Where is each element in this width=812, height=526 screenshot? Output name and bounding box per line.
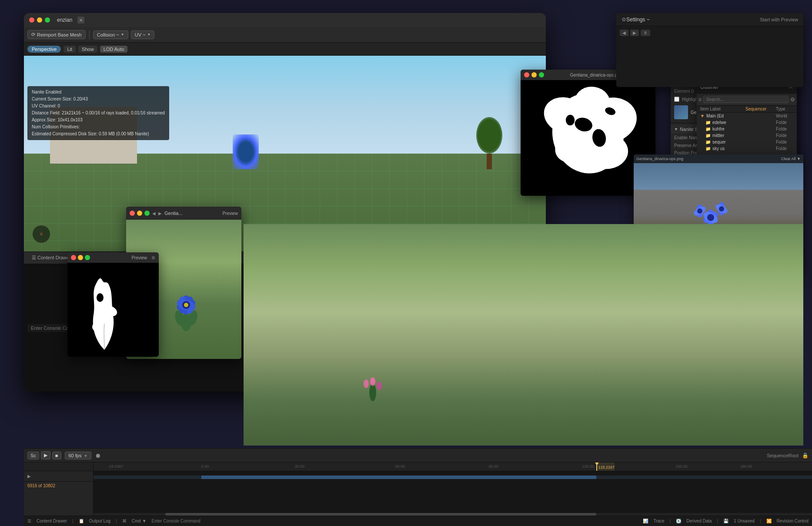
skyus-folder-icon: 📁 bbox=[705, 146, 711, 151]
ue-btn-1[interactable]: ◀ bbox=[620, 30, 628, 36]
timeline-content: ▶ 6916 of 10802 -18.0367 0.00 30.00 60.0… bbox=[24, 462, 812, 516]
stats-overlay: Nanite Enabled Current Screen Size: 0.20… bbox=[27, 86, 169, 140]
derived-data-label[interactable]: Derived Data bbox=[686, 519, 712, 523]
row-mittler-type: Folde bbox=[776, 133, 793, 138]
lit-label: Lit bbox=[67, 47, 72, 52]
approx-size-stat: Approx Size: 10x41.0x103 bbox=[32, 117, 165, 124]
status-cmd[interactable]: Cmd ▼ bbox=[132, 519, 147, 523]
uv-label: UV ~ bbox=[135, 32, 146, 37]
svg-point-40 bbox=[364, 379, 369, 388]
viewport-scene: Nanite Enabled Current Screen Size: 0.20… bbox=[24, 56, 546, 251]
tab-close-icon[interactable]: ✕ bbox=[77, 17, 84, 23]
outliner-row-mittler[interactable]: 📁 mittler Folde bbox=[697, 132, 797, 139]
flower-close[interactable] bbox=[130, 211, 135, 216]
sequence-root-label: SequenceRoot bbox=[767, 453, 799, 458]
fps-value: 60 fps bbox=[69, 453, 82, 458]
fps-selector[interactable]: 60 fps ▼ bbox=[65, 452, 92, 459]
outliner-row-sequer[interactable]: 📁 sequer Folde bbox=[697, 139, 797, 145]
outliner-row-main[interactable]: ▼ Main (Ed World bbox=[697, 113, 797, 119]
status-console-input[interactable] bbox=[152, 519, 638, 523]
frame-count: 6916 of 10802 bbox=[27, 483, 55, 488]
row-main-type: World bbox=[776, 114, 793, 118]
timeline-controls: Sc ▶ ■ bbox=[27, 451, 61, 459]
outliner-settings-icon[interactable]: ⚙ bbox=[790, 97, 795, 103]
ruler-mark-2: 30.00 bbox=[295, 464, 305, 469]
status-content-drawer[interactable]: Content Drawer bbox=[37, 519, 67, 523]
svg-point-9 bbox=[566, 115, 575, 126]
row-skyus-label: sky us bbox=[712, 146, 745, 151]
outliner-row-skyus[interactable]: 📁 sky us Folde bbox=[697, 145, 797, 152]
perspective-button[interactable]: Perspective bbox=[27, 46, 61, 53]
filter-icon[interactable]: ≡ bbox=[698, 97, 702, 103]
lod-button[interactable]: LOD Auto bbox=[100, 46, 128, 53]
maximize-button[interactable] bbox=[45, 17, 50, 23]
lit-button[interactable]: Lit bbox=[63, 46, 76, 53]
svg-point-23 bbox=[719, 206, 724, 211]
mask-minimize[interactable] bbox=[531, 72, 537, 77]
content-drawer-icon: ☰ bbox=[32, 255, 36, 260]
highlight-checkbox[interactable] bbox=[674, 97, 679, 102]
flower-back-icon[interactable]: ◀ bbox=[152, 211, 156, 216]
mask-close[interactable] bbox=[524, 72, 529, 77]
timeline-tracks[interactable]: -18.0367 0.00 30.00 60.00 90.00 120.00 1… bbox=[94, 462, 812, 516]
small-mask-window: Preview ⚙ bbox=[67, 252, 159, 357]
show-button[interactable]: Show bbox=[78, 46, 97, 53]
revision-status-icon: 🔀 bbox=[766, 519, 772, 523]
revision-status-label[interactable]: Revision Control bbox=[777, 519, 809, 523]
stop-button[interactable]: ■ bbox=[52, 452, 61, 459]
start-preview-label[interactable]: Start with Preview bbox=[760, 17, 798, 22]
track-body[interactable] bbox=[94, 471, 812, 516]
row-edelwe-type: Folde bbox=[776, 120, 793, 125]
viewport-compass: X bbox=[33, 225, 50, 243]
flower-forward-icon[interactable]: ▶ bbox=[158, 211, 162, 216]
timeline-record-icon[interactable]: ⏺ bbox=[95, 452, 101, 459]
ue-toolbar: ◀ ▶ ⏸ bbox=[620, 30, 800, 36]
flower-maximize[interactable] bbox=[144, 211, 150, 216]
plant-3d-object bbox=[233, 134, 259, 169]
close-button[interactable] bbox=[29, 17, 34, 23]
status-separator-2: | bbox=[116, 519, 117, 523]
status-output-log[interactable]: Output Log bbox=[89, 519, 110, 523]
trace-label[interactable]: Trace bbox=[653, 519, 664, 523]
ruler-mark-4: 90.00 bbox=[489, 464, 499, 469]
outliner-row-edelwe[interactable]: 📁 edelwe Folde bbox=[697, 119, 797, 126]
collision-button[interactable]: Collision ~ ▼ bbox=[93, 30, 128, 39]
row-sequer-type: Folde bbox=[776, 140, 793, 144]
compressed-size-stat: Estimated Compressed Disk Size: 0.59 MB … bbox=[32, 131, 165, 137]
small-mask-minimize[interactable] bbox=[78, 255, 83, 260]
flower-window-controls bbox=[130, 211, 150, 216]
ue-btn-2[interactable]: ▶ bbox=[630, 30, 639, 36]
material-thumbnail bbox=[674, 105, 688, 119]
svg-point-38 bbox=[369, 384, 376, 401]
small-mask-content bbox=[67, 263, 159, 357]
outliner-search-input[interactable] bbox=[703, 96, 789, 103]
track-selection[interactable] bbox=[201, 476, 597, 479]
ue-btn-3[interactable]: ⏸ bbox=[641, 30, 650, 36]
small-mask-close[interactable] bbox=[71, 255, 76, 260]
small-mask-settings-icon[interactable]: ⚙ bbox=[151, 255, 155, 260]
seq-button[interactable]: Sc bbox=[27, 452, 39, 459]
settings-label[interactable]: Settings ~ bbox=[626, 17, 650, 23]
unsaved-status-icon: 💾 bbox=[723, 519, 728, 523]
meadow-ground bbox=[244, 313, 803, 446]
flower-minimize[interactable] bbox=[137, 211, 142, 216]
minimize-button[interactable] bbox=[37, 17, 42, 23]
pink-flowers-svg bbox=[355, 358, 390, 401]
viewport-3d[interactable]: Nanite Enabled Current Screen Size: 0.20… bbox=[24, 56, 546, 251]
outliner-row-kuhfre[interactable]: 📁 kuhfre Folde bbox=[697, 126, 797, 132]
mask-maximize[interactable] bbox=[539, 72, 544, 77]
uv-arrow-icon: ▼ bbox=[147, 33, 150, 37]
unsaved-status-label[interactable]: 1 Unsaved bbox=[734, 519, 755, 523]
status-separator-3: | bbox=[670, 519, 671, 523]
reimport-button[interactable]: ⟳ Reimport Base Mesh bbox=[27, 30, 86, 39]
top-right-content: ◀ ▶ ⏸ bbox=[616, 26, 803, 87]
status-bar: ☰ Content Drawer | 📋 Output Log | ⌘ Cmd … bbox=[24, 516, 812, 526]
ruler-mark-0: -18.0367 bbox=[108, 464, 124, 469]
small-mask-maximize[interactable] bbox=[85, 255, 90, 260]
toolbar-separator-1 bbox=[89, 30, 90, 39]
show-label: Show bbox=[82, 47, 94, 52]
play-button[interactable]: ▶ bbox=[41, 451, 50, 459]
uv-button[interactable]: UV ~ ▼ bbox=[131, 30, 155, 39]
clear-all-icon[interactable]: Clear All ▼ bbox=[781, 157, 801, 161]
track-label-1: ▶ bbox=[24, 471, 93, 482]
